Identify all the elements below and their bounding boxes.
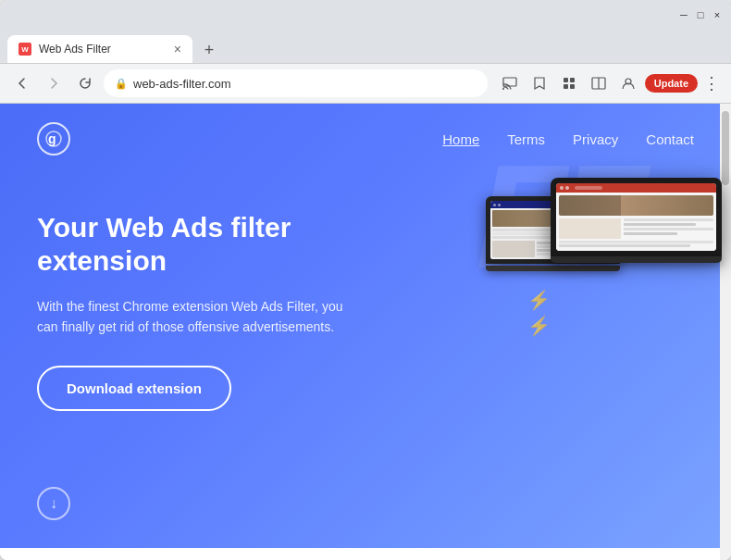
close-window-button[interactable]: × — [711, 8, 724, 21]
bookmark-icon[interactable] — [527, 70, 552, 96]
hero-description: With the finest Chrome extension Web Ads… — [37, 296, 352, 338]
logo-icon: g — [37, 122, 70, 156]
minimize-button[interactable]: ─ — [677, 8, 690, 21]
extensions-icon[interactable] — [556, 70, 582, 96]
nav-contact[interactable]: Contact — [646, 131, 694, 147]
new-tab-button[interactable]: + — [196, 37, 222, 63]
tab-bar: W Web Ads Filter × + — [0, 30, 731, 63]
navigation-bar: 🔒 web-ads-filter.com Update ⋮ — [0, 63, 731, 104]
address-bar[interactable]: 🔒 web-ads-filter.com — [104, 69, 488, 97]
svg-point-3 — [502, 88, 504, 90]
reload-button[interactable] — [72, 70, 98, 96]
split-view-icon[interactable] — [586, 70, 612, 96]
svg-rect-5 — [570, 78, 575, 82]
arrow-icon: ⚡ ⚡ — [527, 289, 551, 337]
laptop-front — [551, 178, 722, 263]
close-tab-button[interactable]: × — [174, 42, 181, 56]
url-text: web-ads-filter.com — [133, 77, 230, 91]
site-logo: g — [37, 122, 70, 156]
browser-menu-button[interactable]: ⋮ — [701, 73, 722, 93]
page-content: FF g Home Terms Privacy — [0, 104, 731, 560]
nav-terms[interactable]: Terms — [507, 131, 545, 147]
svg-text:W: W — [21, 45, 29, 54]
cast-icon[interactable] — [497, 70, 523, 96]
tab-title: Web Ads Filter — [39, 43, 111, 56]
hero-section: FF g Home Terms Privacy — [0, 104, 731, 548]
profile-icon[interactable] — [615, 70, 641, 96]
window-controls: ─ □ × — [677, 8, 724, 21]
devices-container: ⚡ ⚡ — [379, 168, 731, 520]
nav-home[interactable]: Home — [442, 131, 479, 147]
scroll-down-icon: ↓ — [50, 495, 57, 512]
active-tab[interactable]: W Web Ads Filter × — [7, 35, 192, 63]
bottom-section — [0, 548, 731, 560]
back-button[interactable] — [9, 70, 35, 96]
toolbar-right: Update ⋮ — [497, 70, 722, 96]
hero-content: Your Web Ads filter extension With the f… — [0, 174, 389, 411]
forward-button[interactable] — [41, 70, 67, 96]
svg-rect-6 — [564, 84, 568, 89]
scroll-indicator[interactable]: ↓ — [37, 487, 70, 520]
browser-frame: ─ □ × W Web Ads Filter × + 🔒 web-ads-fil… — [0, 0, 731, 560]
svg-rect-4 — [564, 78, 568, 82]
site-menu: Home Terms Privacy Contact — [442, 131, 694, 147]
maximize-button[interactable]: □ — [694, 8, 707, 21]
update-button[interactable]: Update — [645, 74, 698, 93]
download-button[interactable]: Download extension — [37, 366, 231, 411]
title-bar: ─ □ × — [0, 0, 731, 30]
svg-rect-7 — [570, 84, 575, 89]
hero-title: Your Web Ads filter extension — [37, 211, 352, 278]
tab-favicon: W — [19, 43, 31, 56]
lock-icon: 🔒 — [115, 78, 128, 90]
site-nav: g Home Terms Privacy Contact — [0, 104, 731, 174]
nav-privacy[interactable]: Privacy — [573, 131, 618, 147]
